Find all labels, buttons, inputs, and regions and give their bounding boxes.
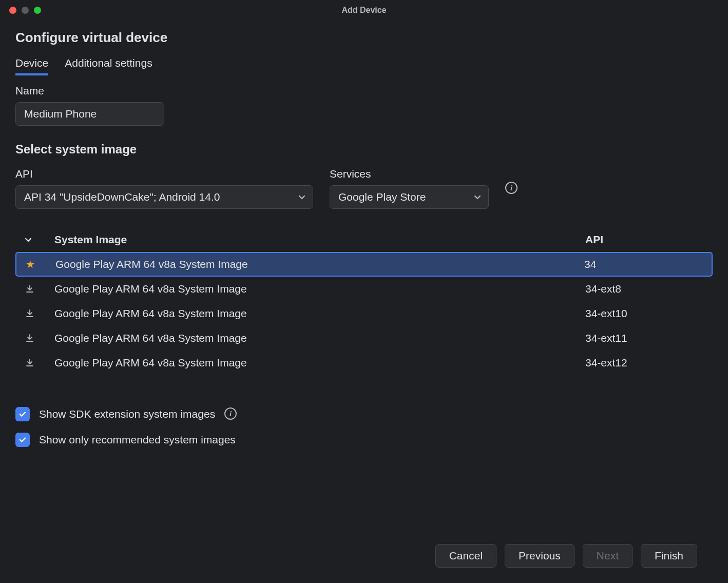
footer-buttons: Cancel Previous Next Finish: [15, 529, 713, 583]
name-label: Name: [15, 85, 713, 97]
previous-button[interactable]: Previous: [505, 544, 574, 568]
row-api: 34-ext12: [585, 357, 703, 369]
download-icon[interactable]: [25, 358, 35, 368]
traffic-lights: [9, 7, 41, 14]
api-group: API API 34 "UpsideDownCake"; Android 14.…: [15, 168, 313, 209]
close-window-button[interactable]: [9, 7, 16, 14]
row-api: 34-ext10: [585, 307, 703, 320]
api-dropdown-value: API 34 "UpsideDownCake"; Android 14.0: [24, 191, 220, 203]
window-title: Add Device: [0, 6, 728, 15]
name-input[interactable]: [15, 102, 164, 126]
chevron-down-icon: [298, 191, 305, 203]
download-icon[interactable]: [25, 333, 35, 343]
checkbox-sdk-extension[interactable]: Show SDK extension system images i: [15, 407, 713, 421]
row-name: Google Play ARM 64 v8a System Image: [54, 283, 585, 295]
chevron-down-icon: [474, 191, 481, 203]
checkbox-recommended[interactable]: Show only recommended system images: [15, 433, 713, 447]
services-dropdown-value: Google Play Store: [338, 191, 426, 203]
tab-device[interactable]: Device: [15, 57, 48, 75]
info-icon[interactable]: i: [505, 182, 518, 194]
table-body: ★Google Play ARM 64 v8a System Image34Go…: [15, 252, 713, 375]
row-name: Google Play ARM 64 v8a System Image: [54, 357, 585, 369]
table-row[interactable]: Google Play ARM 64 v8a System Image34-ex…: [15, 277, 713, 301]
row-name: Google Play ARM 64 v8a System Image: [55, 258, 584, 270]
checkbox-label: Show SDK extension system images: [39, 408, 215, 420]
cancel-button[interactable]: Cancel: [435, 544, 496, 568]
page-title: Configure virtual device: [15, 30, 713, 46]
services-group: Services Google Play Store: [330, 168, 489, 209]
table-row[interactable]: Google Play ARM 64 v8a System Image34-ex…: [15, 326, 713, 351]
services-dropdown[interactable]: Google Play Store: [330, 185, 489, 209]
checkbox-icon: [15, 433, 30, 447]
table-row[interactable]: Google Play ARM 64 v8a System Image34-ex…: [15, 301, 713, 326]
collapse-toggle[interactable]: [25, 236, 54, 243]
minimize-window-button: [22, 7, 29, 14]
maximize-window-button[interactable]: [34, 7, 41, 14]
download-icon[interactable]: [25, 284, 35, 294]
tab-bar: Device Additional settings: [15, 57, 713, 75]
info-icon[interactable]: i: [224, 407, 237, 420]
tab-additional-settings[interactable]: Additional settings: [65, 57, 152, 75]
row-api: 34-ext8: [585, 283, 703, 295]
dropdown-row: API API 34 "UpsideDownCake"; Android 14.…: [15, 168, 713, 209]
system-image-table: System Image API ★Google Play ARM 64 v8a…: [15, 234, 713, 375]
row-api: 34-ext11: [585, 332, 703, 344]
row-api: 34: [584, 258, 702, 270]
checkbox-group: Show SDK extension system images i Show …: [15, 407, 713, 447]
dialog-window: Add Device Configure virtual device Devi…: [0, 0, 728, 583]
star-icon: ★: [26, 258, 35, 270]
header-system-image[interactable]: System Image: [54, 234, 585, 246]
content-area: Configure virtual device Device Addition…: [0, 21, 728, 583]
next-button: Next: [583, 544, 633, 568]
download-icon[interactable]: [25, 308, 35, 319]
select-system-image-title: Select system image: [15, 142, 713, 157]
api-dropdown[interactable]: API 34 "UpsideDownCake"; Android 14.0: [15, 185, 313, 209]
checkbox-icon: [15, 407, 30, 421]
finish-button[interactable]: Finish: [641, 544, 697, 568]
api-label: API: [15, 168, 313, 180]
titlebar: Add Device: [0, 0, 728, 21]
row-name: Google Play ARM 64 v8a System Image: [54, 332, 585, 344]
services-label: Services: [330, 168, 489, 180]
table-row[interactable]: Google Play ARM 64 v8a System Image34-ex…: [15, 351, 713, 375]
header-api[interactable]: API: [585, 234, 703, 246]
checkbox-label: Show only recommended system images: [39, 434, 236, 446]
table-header: System Image API: [15, 234, 713, 252]
table-row[interactable]: ★Google Play ARM 64 v8a System Image34: [15, 252, 713, 277]
row-name: Google Play ARM 64 v8a System Image: [54, 307, 585, 320]
